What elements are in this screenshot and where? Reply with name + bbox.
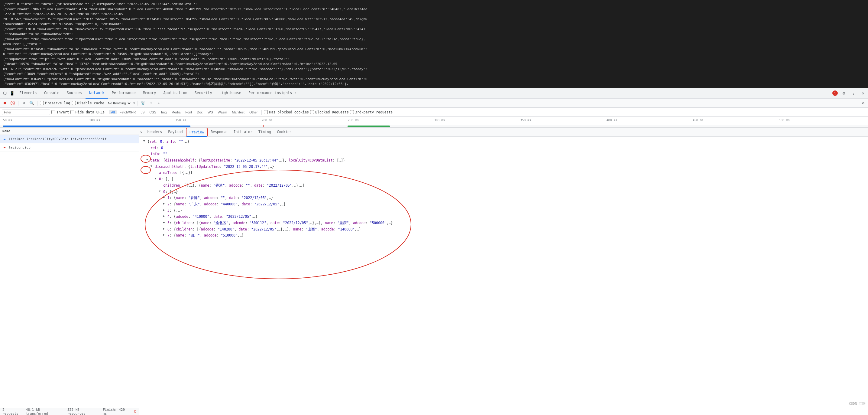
main-panel: Name ▬ list?modules=localCityNCOVDataLis… <box>0 128 868 415</box>
close-devtools-icon[interactable]: ✕ <box>860 90 867 97</box>
filter-all-btn[interactable]: All <box>109 110 116 114</box>
json-arrow-data[interactable]: ▼ <box>146 157 151 162</box>
tab-network[interactable]: Network <box>86 88 108 98</box>
devtools-icon-device[interactable]: 📱 <box>8 90 16 97</box>
detail-close-icon[interactable]: ✕ <box>140 130 143 134</box>
filter-ws-btn[interactable]: WS <box>206 110 215 114</box>
detail-tab-preview[interactable]: Preview <box>186 128 208 137</box>
more-options-icon[interactable]: ⋮ <box>850 90 857 97</box>
json-line-1: {"ret":0,"info":"","data":{"diseaseh5She… <box>3 2 865 7</box>
json-arrow-5[interactable]: ▶ <box>163 220 167 225</box>
disable-cache-checkbox[interactable]: Disable cache <box>72 101 104 105</box>
json-line-6: {"confirm":37010,"nowConfirm":29136,"now… <box>3 27 865 32</box>
json-preview-line-6[interactable]: ▶ 6: {children: [{adcode: "140200", date… <box>142 226 865 233</box>
json-arrow-7[interactable]: ▶ <box>163 232 167 237</box>
detail-tab-response[interactable]: Response <box>208 128 230 137</box>
preserve-log-checkbox[interactable]: Preserve log <box>40 101 70 105</box>
json-arrow-diseaseh5shelf[interactable]: ▼ <box>151 164 155 169</box>
json-arrow-0-obj[interactable]: ▼ <box>155 176 159 181</box>
json-preview-line-0-sub[interactable]: ▼ 0: {,…} <box>142 189 865 195</box>
detail-tab-cookies[interactable]: Cookies <box>274 128 294 137</box>
filter-css-btn[interactable]: CSS <box>148 110 158 114</box>
tab-performance-insights[interactable]: Performance insights ⚡ <box>245 88 300 98</box>
network-settings-icon[interactable]: ⚙ <box>860 100 866 106</box>
waterfall-marker-380ms <box>346 125 346 127</box>
tab-memory[interactable]: Memory <box>139 88 160 98</box>
json-preview-line-5[interactable]: ▶ 5: {children: [{name: "渝北区", adcode: "… <box>142 220 865 226</box>
tab-application[interactable]: Application <box>160 88 191 98</box>
json-preview-line-children: children: [{,…}, {name: "香港", adcode: ""… <box>142 182 865 189</box>
timeline-label-100ms: 100 ms <box>89 119 175 122</box>
json-preview-line-4[interactable]: ▶ 4: {adcode: "410000", date: "2022/12/0… <box>142 213 865 220</box>
file-icon-favicon: ▬ <box>2 146 7 150</box>
devtools-icon-cursor[interactable]: ⬡ <box>1 90 8 97</box>
hide-data-urls-checkbox[interactable]: Hide data URLs <box>70 110 105 114</box>
filter-wasm-btn[interactable]: Wasm <box>216 110 229 114</box>
wifi-icon[interactable]: 📡 <box>140 100 146 106</box>
filter-media-btn[interactable]: Media <box>169 110 182 114</box>
throttle-select[interactable]: No throttling Fast 3G Slow 3G Offline <box>106 101 131 105</box>
json-content-children: children: [{,…}, {name: "香港", adcode: ""… <box>163 182 304 189</box>
stop-button[interactable]: 🚫 <box>10 100 16 106</box>
json-preview-line-2[interactable]: ▶ 2: {name: "广东", adcode: "440000", date… <box>142 201 865 208</box>
json-preview-line-areatree: areaTree: [{,…}] <box>142 170 865 176</box>
download-icon[interactable]: ⬇ <box>156 100 162 106</box>
filter-other-btn[interactable]: Other <box>248 110 259 114</box>
json-arrow-0[interactable]: ▼ <box>143 139 148 143</box>
json-line-10: {"nowConfirm":8734581,"showRate":false,"… <box>3 47 865 52</box>
detail-tab-initiator[interactable]: Initiator <box>230 128 255 137</box>
timeline-label-350ms: 350 ms <box>520 119 606 122</box>
invert-checkbox[interactable]: Invert <box>51 110 69 114</box>
filter-input[interactable] <box>2 110 50 115</box>
tab-security[interactable]: Security <box>191 88 216 98</box>
third-party-checkbox[interactable]: 3rd-party requests <box>350 110 393 114</box>
waterfall-marker-300ms <box>263 125 264 127</box>
network-toolbar: ⏺ 🚫 ⊘ 🔍 Preserve log Disable cache No th… <box>0 98 868 108</box>
search-icon[interactable]: 🔍 <box>29 100 35 106</box>
filter-img-btn[interactable]: Img <box>159 110 168 114</box>
json-preview-line-0-obj[interactable]: ▼ 0: {,…} <box>142 176 865 182</box>
file-item-1[interactable]: ▬ list?modules=localCityNCOVDataList,dis… <box>0 135 139 143</box>
json-preview-line-0[interactable]: ▼ {ret: 0, info: "",…} <box>142 139 865 145</box>
filter-manifest-btn[interactable]: Manifest <box>230 110 246 114</box>
detail-tab-payload[interactable]: Payload <box>165 128 186 137</box>
detail-tab-headers[interactable]: Headers <box>145 128 165 137</box>
json-content-1: 1: {name: "香港", adcode: "", date: "2022/… <box>167 195 273 201</box>
has-blocked-cookies-checkbox[interactable]: Has blocked cookies <box>264 110 309 114</box>
tab-performance[interactable]: Performance <box>108 88 139 98</box>
filter-doc-btn[interactable]: Doc <box>195 110 205 114</box>
detail-tab-timing[interactable]: Timing <box>255 128 274 137</box>
json-arrow-1[interactable]: ▶ <box>163 195 167 200</box>
json-content-0: {ret: 0, info: "",…} <box>148 139 189 145</box>
filter-fetch-xhr-btn[interactable]: Fetch/XHR <box>118 110 138 114</box>
settings-icon[interactable]: ⚙ <box>840 90 847 97</box>
json-line-7: ,"isShowAdd":false,"showAddSwitch": <box>3 32 865 37</box>
json-preview-line-3[interactable]: ▶ 3: {,…} <box>142 208 865 214</box>
filter-font-btn[interactable]: Font <box>183 110 194 114</box>
json-preview-line-7[interactable]: ▶ 7: {name: "四川", adcode: "510000",…} <box>142 232 865 239</box>
tab-console[interactable]: Console <box>40 88 63 98</box>
json-content-5: 5: {children: [{name: "渝北区", adcode: "50… <box>167 220 393 226</box>
json-content-6: 6: {children: [{adcode: "140200", date: … <box>167 226 361 233</box>
tab-lighthouse[interactable]: Lighthouse <box>216 88 245 98</box>
json-preview-line-1[interactable]: ▶ 1: {name: "香港", adcode: "", date: "202… <box>142 195 865 201</box>
upload-icon[interactable]: ⬆ <box>148 100 154 106</box>
filter-js-btn[interactable]: JS <box>139 110 147 114</box>
json-arrow-6[interactable]: ▶ <box>163 226 167 231</box>
json-arrow-2[interactable]: ▶ <box>163 201 167 206</box>
blocked-requests-checkbox[interactable]: Blocked Requests <box>310 110 349 114</box>
json-line-12: {"isUpdated":true,"tip":"","wzz_add":0,"… <box>3 57 865 62</box>
json-content-ret: ret: 0 <box>151 145 163 151</box>
json-arrow-3[interactable]: ▶ <box>163 208 167 212</box>
waterfall-bar <box>0 125 868 128</box>
file-item-2[interactable]: ▬ favicon.ico <box>0 143 139 152</box>
record-button[interactable]: ⏺ <box>2 100 8 106</box>
filter-icon[interactable]: ⊘ <box>21 100 27 106</box>
json-line-9: areaTree":[{"total": <box>3 42 865 47</box>
json-preview-line-diseaseh5shelf[interactable]: ▼ diseaseh5Shelf: {lastUpdateTime: "2022… <box>142 164 865 170</box>
json-arrow-4[interactable]: ▶ <box>163 213 167 218</box>
json-preview-line-data[interactable]: ▼ data: {diseaseh5Shelf: {lastUpdateTime… <box>142 157 865 164</box>
tab-sources[interactable]: Sources <box>63 88 86 98</box>
tab-elements[interactable]: Elements <box>16 88 40 98</box>
json-arrow-0-sub[interactable]: ▼ <box>159 189 163 194</box>
